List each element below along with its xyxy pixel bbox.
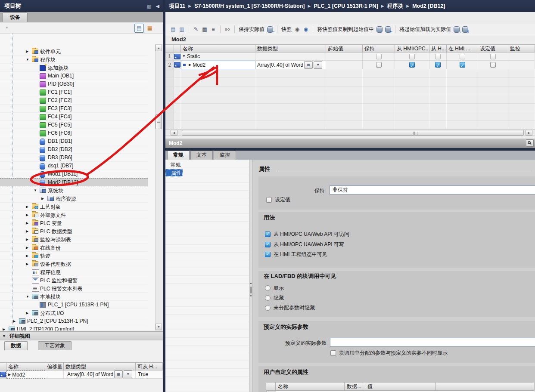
expand-arrow-icon[interactable]: ▶ <box>26 262 30 266</box>
detail-row-type-cell[interactable]: Array[0..40] of Word ▦ ▼ <box>64 370 136 379</box>
scroll-up-icon[interactable]: ▲ <box>156 45 162 51</box>
nav-item-general[interactable]: 常规 <box>165 161 249 169</box>
load-start-as-actual-button[interactable]: 将起始值加载为实际值 <box>399 26 451 33</box>
expand-arrow-icon[interactable]: ▼ <box>26 295 30 299</box>
col-offset[interactable]: 偏移量 <box>45 362 64 370</box>
breadcrumb-item-station[interactable]: S7-1500R/H system_1 [S7-1500R/H-Station] <box>194 3 305 9</box>
db-table-empty-row[interactable] <box>165 121 535 130</box>
col-from-h[interactable]: 从 H... <box>429 44 447 52</box>
monitor-all-icon[interactable] <box>223 25 232 34</box>
insert-row-icon[interactable] <box>169 25 177 34</box>
expand-arrow-icon[interactable]: ▶ <box>26 205 30 209</box>
db-table-empty-row[interactable] <box>165 112 535 121</box>
load-start-all-icon[interactable]: ↓ <box>454 26 460 33</box>
retain-select[interactable]: 非保持 <box>330 185 535 194</box>
datatype-cell[interactable]: Array[0..40] of Word ▦ ▼ <box>255 61 326 69</box>
add-row-icon[interactable] <box>177 25 186 34</box>
db-table-row-static[interactable]: 1 ▼ Static <box>165 52 535 61</box>
name-cell[interactable]: ▼ Static <box>181 52 255 61</box>
expand-arrow-icon[interactable]: ▶ <box>26 246 30 250</box>
tree-item[interactable]: FC4 [FC4] <box>0 113 148 121</box>
update-interface-icon[interactable] <box>200 25 209 34</box>
retain-actual-values-button[interactable]: 保持实际值 <box>239 26 264 33</box>
copy-snapshot-all-icon[interactable]: ← <box>376 26 383 33</box>
tree-item[interactable]: 程序信息 <box>0 268 148 276</box>
tree-item[interactable]: ▼程序块 <box>0 56 148 64</box>
breadcrumb-item-project[interactable]: 项目11 <box>169 3 185 10</box>
tree-item[interactable]: FC2 [FC2] <box>0 96 148 105</box>
tree-item[interactable]: FC1 [FC1] <box>0 88 148 96</box>
tree-item[interactable]: ▼本地模块 <box>0 293 148 301</box>
col-datatype[interactable]: 数据类型 <box>255 44 326 52</box>
columns-icon[interactable]: ▥ <box>147 0 151 12</box>
tree-item[interactable]: ▶软件单元 <box>0 47 148 56</box>
expand-arrow-icon[interactable]: ▼ <box>26 58 30 62</box>
hide-radio[interactable] <box>265 295 271 301</box>
tree-item[interactable]: dsq1 [DB7] <box>0 162 148 170</box>
db-table-empty-row[interactable] <box>165 104 535 112</box>
tree-item[interactable]: ▶轨迹 <box>0 252 148 260</box>
tree-item[interactable]: ▶设备代理数据 <box>0 260 148 268</box>
tree-item[interactable]: ▶PLC_2 [CPU 1513R-1 PN] <box>0 317 148 325</box>
col-startvalue[interactable]: 起始值 <box>326 44 363 52</box>
col-setpoint[interactable]: 设定值 <box>478 44 508 52</box>
tree-item[interactable]: Main [OB1] <box>0 72 148 80</box>
nav-item-attributes[interactable]: 属性 <box>165 169 183 176</box>
visible-in-hmi-checkbox[interactable] <box>265 252 271 257</box>
db-table-hscrollbar[interactable]: ◀ ▶ <box>165 129 535 136</box>
db-table-empty-row[interactable] <box>165 69 535 78</box>
tab-texts[interactable]: 文本 <box>190 151 213 160</box>
scroll-up-icon[interactable]: ▲ <box>249 282 252 284</box>
setpoint-checkbox[interactable] <box>490 54 496 59</box>
collapse-arrow-icon[interactable]: ▼ <box>182 52 186 60</box>
table-view-icon[interactable] <box>146 24 154 32</box>
predef-input[interactable] <box>330 338 535 347</box>
zoom-properties-icon[interactable] <box>526 139 534 147</box>
details-view-toggle-icon[interactable] <box>134 24 144 33</box>
retain-checkbox[interactable] <box>376 54 382 59</box>
col-retain[interactable]: 保持 <box>363 44 395 52</box>
tab-monitor[interactable]: 监控 <box>214 151 236 160</box>
tree-item[interactable]: Mod1 [DB11] <box>0 170 148 178</box>
writable-checkbox[interactable] <box>265 242 271 247</box>
reset-start-values-icon[interactable] <box>192 25 200 34</box>
hmi-opc-checkbox[interactable] <box>409 62 415 68</box>
col-hmi-opc[interactable]: 从 HMI/OPC.. <box>395 44 429 52</box>
chevron-down-icon[interactable]: ▼ <box>2 332 6 340</box>
col-datatype[interactable]: 数据类型 <box>64 362 136 370</box>
expand-arrow-icon[interactable]: ▶ <box>26 238 30 241</box>
snapshot-icon[interactable] <box>293 25 302 34</box>
col-name[interactable]: 名称 <box>276 382 345 391</box>
col-monitor[interactable]: 监控 <box>508 44 535 52</box>
retain-values-icon[interactable]: • <box>267 26 273 33</box>
tab-data[interactable]: 数据 <box>4 341 28 350</box>
expand-arrow-icon[interactable]: ▼ <box>34 188 38 192</box>
tree-item[interactable]: FC3 [FC3] <box>0 105 148 113</box>
snapshot-button[interactable]: 快照 <box>281 26 292 33</box>
expand-arrow-icon[interactable]: ▶ <box>189 61 191 69</box>
scroll-down-icon[interactable]: ▼ <box>156 324 162 330</box>
db-table-empty-row[interactable] <box>165 95 535 104</box>
tree-item[interactable]: Mod2 [DB12] <box>0 178 148 186</box>
expand-arrow-icon[interactable]: ▶ <box>26 213 30 217</box>
tree-item[interactable]: ▶外部源文件 <box>0 211 148 219</box>
scroll-right-icon[interactable]: ▶ <box>526 130 532 136</box>
col-accessible[interactable]: 可从 H... <box>136 362 163 370</box>
tree-item[interactable]: DB1 [DB1] <box>0 137 148 145</box>
copy-snapshot-selected-icon[interactable]: ⇐ <box>385 26 391 33</box>
tree-item[interactable]: FC5 [FC5] <box>0 121 148 129</box>
array-view-icon[interactable]: ▦ <box>304 61 313 69</box>
tree-item[interactable]: 添加新块 <box>0 64 148 72</box>
expand-all-icon[interactable] <box>209 25 218 34</box>
db-table-empty-row[interactable] <box>165 78 535 86</box>
tree-item[interactable]: ▶程序资源 <box>0 194 148 203</box>
expand-arrow-icon[interactable]: ▶ <box>13 319 17 323</box>
scrollbar-thumb[interactable] <box>182 130 524 136</box>
copy-snapshot-to-start-button[interactable]: 将快照值复制到起始值中 <box>317 26 374 33</box>
tree-item[interactable]: ▶PLC 变量 <box>0 219 148 227</box>
tree-item[interactable]: PLC_1 [CPU 1513R-1 PN] <box>0 301 148 309</box>
col-name[interactable]: 名称 <box>6 362 45 370</box>
from-hmi-checkbox[interactable] <box>435 54 441 59</box>
tree-item[interactable]: PID [OB30] <box>0 80 148 88</box>
expand-arrow-icon[interactable]: ▶ <box>26 221 30 225</box>
